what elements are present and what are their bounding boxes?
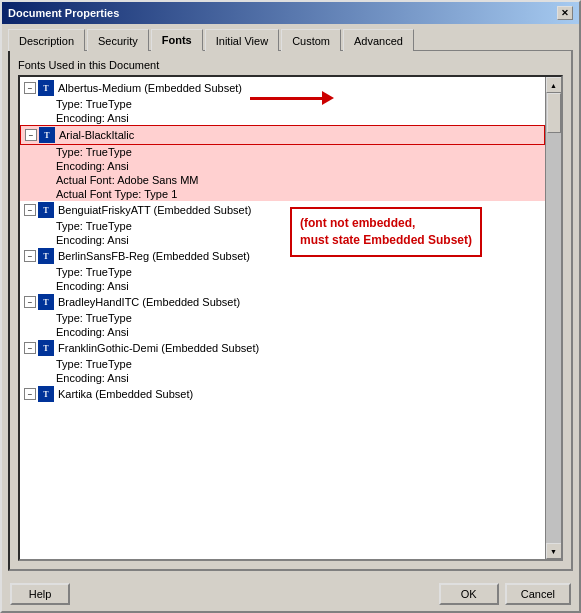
font-name-4: BradleyHandITC (Embedded Subset) (58, 296, 240, 308)
font-group-4: − T BradleyHandITC (Embedded Subset) Typ… (20, 293, 545, 339)
font-detail-1-1: Encoding: Ansi (20, 159, 545, 173)
window-title: Document Properties (8, 7, 119, 19)
arrow-line (250, 97, 322, 100)
font-entry-6[interactable]: − T Kartika (Embedded Subset) (20, 385, 545, 403)
scrollbar-track[interactable] (546, 93, 562, 543)
expand-icon-5[interactable]: − (24, 342, 36, 354)
font-detail-1-3: Actual Font Type: Type 1 (20, 187, 545, 201)
scrollbar-down-button[interactable]: ▼ (546, 543, 562, 559)
font-group-5: − T FranklinGothic-Demi (Embedded Subset… (20, 339, 545, 385)
expand-icon-3[interactable]: − (24, 250, 36, 262)
fonts-list[interactable]: − T Albertus-Medium (Embedded Subset) Ty… (20, 77, 545, 559)
font-icon-6: T (38, 386, 54, 402)
font-name-2: BenguiatFriskyATT (Embedded Subset) (58, 204, 251, 216)
font-group-1: − T Arial-BlackItalic Type: TrueType Enc… (20, 125, 545, 201)
font-icon-2: T (38, 202, 54, 218)
font-name-0: Albertus-Medium (Embedded Subset) (58, 82, 242, 94)
expand-icon-1[interactable]: − (25, 129, 37, 141)
tab-bar: Description Security Fonts Initial View … (2, 24, 579, 50)
tab-fonts[interactable]: Fonts (151, 29, 203, 51)
font-detail-5-0: Type: TrueType (20, 357, 545, 371)
font-detail-0-1: Encoding: Ansi (20, 111, 545, 125)
font-detail-3-1: Encoding: Ansi (20, 279, 545, 293)
annotation-arrow (250, 91, 334, 105)
tab-security[interactable]: Security (87, 29, 149, 51)
font-name-5: FranklinGothic-Demi (Embedded Subset) (58, 342, 259, 354)
font-icon-4: T (38, 294, 54, 310)
font-icon-5: T (38, 340, 54, 356)
tab-initial-view[interactable]: Initial View (205, 29, 279, 51)
title-bar: Document Properties ✕ (2, 2, 579, 24)
tab-custom[interactable]: Custom (281, 29, 341, 51)
scrollbar: ▲ ▼ (545, 77, 561, 559)
font-icon-0: T (38, 80, 54, 96)
annotation-line2: must state Embedded Subset) (300, 232, 472, 249)
close-button[interactable]: ✕ (557, 6, 573, 20)
font-entry-5[interactable]: − T FranklinGothic-Demi (Embedded Subset… (20, 339, 545, 357)
cancel-button[interactable]: Cancel (505, 583, 571, 605)
font-detail-1-2: Actual Font: Adobe Sans MM (20, 173, 545, 187)
tab-content-fonts: Fonts Used in this Document − T Albertus… (8, 50, 573, 571)
expand-icon-0[interactable]: − (24, 82, 36, 94)
arrow-head (322, 91, 334, 105)
scrollbar-up-button[interactable]: ▲ (546, 77, 562, 93)
font-detail-1-0: Type: TrueType (20, 145, 545, 159)
tab-description[interactable]: Description (8, 29, 85, 51)
annotation-line1: (font not embedded, (300, 215, 472, 232)
font-entry-4[interactable]: − T BradleyHandITC (Embedded Subset) (20, 293, 545, 311)
expand-icon-2[interactable]: − (24, 204, 36, 216)
font-detail-5-1: Encoding: Ansi (20, 371, 545, 385)
font-detail-3-0: Type: TrueType (20, 265, 545, 279)
scrollbar-thumb[interactable] (547, 93, 561, 133)
font-entry-1[interactable]: − T Arial-BlackItalic (20, 125, 545, 145)
expand-icon-4[interactable]: − (24, 296, 36, 308)
font-name-1: Arial-BlackItalic (59, 129, 134, 141)
font-detail-4-0: Type: TrueType (20, 311, 545, 325)
font-detail-4-1: Encoding: Ansi (20, 325, 545, 339)
font-icon-1: T (39, 127, 55, 143)
font-name-6: Kartika (Embedded Subset) (58, 388, 193, 400)
section-label: Fonts Used in this Document (18, 59, 563, 71)
font-group-6: − T Kartika (Embedded Subset) (20, 385, 545, 403)
font-icon-3: T (38, 248, 54, 264)
bottom-bar: Help OK Cancel (2, 577, 579, 611)
expand-icon-6[interactable]: − (24, 388, 36, 400)
fonts-container: − T Albertus-Medium (Embedded Subset) Ty… (18, 75, 563, 561)
annotation-box: (font not embedded, must state Embedded … (290, 207, 482, 257)
document-properties-window: Document Properties ✕ Description Securi… (0, 0, 581, 613)
ok-button[interactable]: OK (439, 583, 499, 605)
font-name-3: BerlinSansFB-Reg (Embedded Subset) (58, 250, 250, 262)
ok-cancel-group: OK Cancel (439, 583, 571, 605)
tab-advanced[interactable]: Advanced (343, 29, 414, 51)
help-button[interactable]: Help (10, 583, 70, 605)
